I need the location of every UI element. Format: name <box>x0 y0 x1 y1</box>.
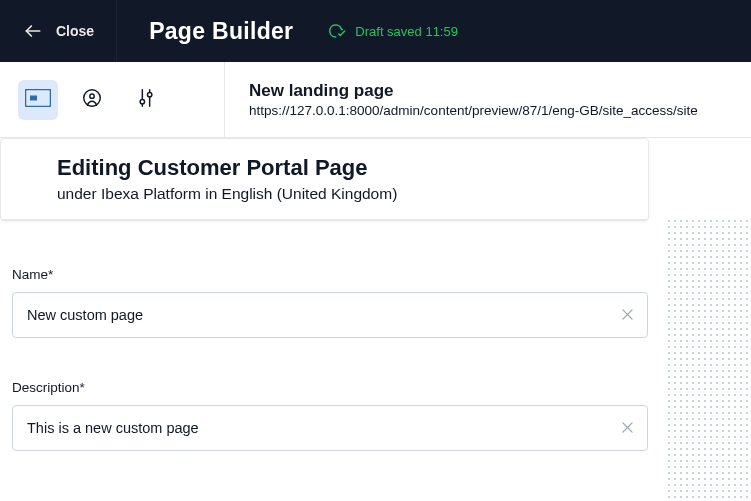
layout-view-button[interactable] <box>18 80 58 120</box>
sub-bar: New landing page https://127.0.0.1:8000/… <box>0 62 751 138</box>
user-view-button[interactable] <box>72 80 112 120</box>
sliders-icon <box>135 87 157 112</box>
description-label: Description* <box>12 380 648 395</box>
user-target-icon <box>81 87 103 112</box>
top-bar: Close Page Builder Draft saved 11:59 <box>0 0 751 62</box>
name-field-group: Name* <box>12 267 648 338</box>
svg-point-9 <box>147 93 151 97</box>
panel-title: Editing Customer Portal Page <box>57 155 626 181</box>
description-clear-button[interactable] <box>618 419 636 437</box>
view-toggle-group <box>0 62 225 137</box>
editor-panel: Editing Customer Portal Page under Ibexa… <box>0 138 649 221</box>
page-info: New landing page https://127.0.0.1:8000/… <box>225 81 698 118</box>
svg-rect-1 <box>26 90 51 107</box>
save-status: Draft saved 11:59 <box>329 22 458 40</box>
close-label: Close <box>56 23 94 39</box>
page-title: New landing page <box>249 81 698 101</box>
name-label: Name* <box>12 267 648 282</box>
svg-rect-2 <box>30 96 37 101</box>
content-area: Editing Customer Portal Page under Ibexa… <box>0 138 751 501</box>
fields-view-button[interactable] <box>126 80 166 120</box>
name-input[interactable] <box>12 292 648 338</box>
form-area: Name* Description* <box>0 221 660 451</box>
canvas-background <box>666 218 751 501</box>
arrow-left-icon <box>22 20 44 42</box>
layout-icon <box>25 89 51 110</box>
name-clear-button[interactable] <box>618 306 636 324</box>
close-icon <box>622 308 633 322</box>
close-button[interactable]: Close <box>0 0 117 62</box>
description-field-group: Description* <box>12 380 648 451</box>
panel-header: Editing Customer Portal Page under Ibexa… <box>1 139 648 220</box>
panel-subtitle: under Ibexa Platform in English (United … <box>57 185 626 203</box>
save-status-text: Draft saved 11:59 <box>355 24 458 39</box>
cloud-check-icon <box>329 22 347 40</box>
page-url: https://127.0.0.1:8000/admin/content/pre… <box>249 103 698 118</box>
description-input[interactable] <box>12 405 648 451</box>
close-icon <box>622 421 633 435</box>
app-title: Page Builder <box>149 18 293 45</box>
svg-point-4 <box>90 94 94 98</box>
